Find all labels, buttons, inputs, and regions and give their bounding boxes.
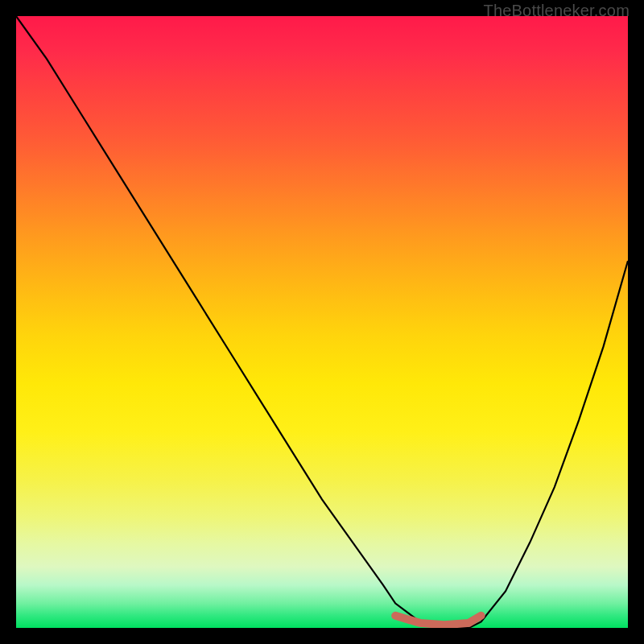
chart-svg [16,16,628,628]
plot-area [16,16,628,628]
highlight-band [395,616,481,625]
chart-frame: TheBottleneker.com [0,0,644,644]
bottleneck-curve [16,16,628,628]
